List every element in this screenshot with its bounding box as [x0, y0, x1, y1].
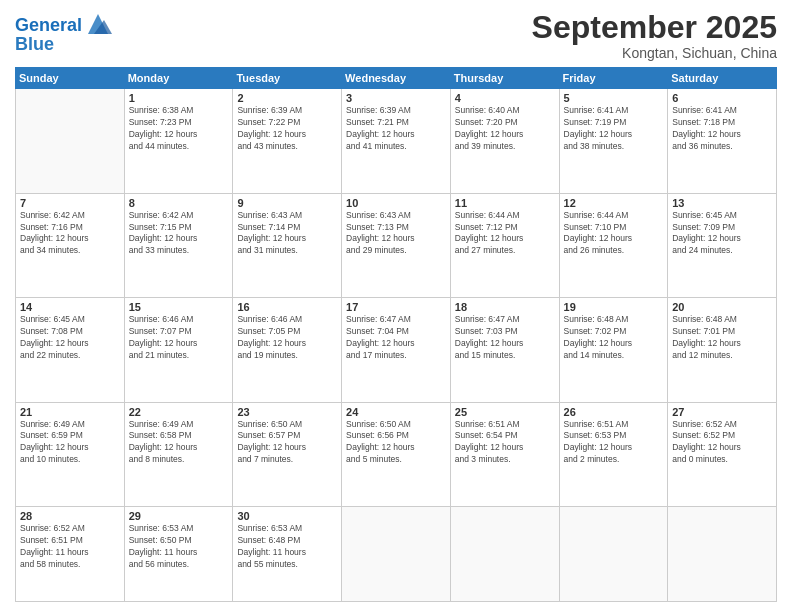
day-number: 16 [237, 301, 337, 313]
calendar-cell: 3Sunrise: 6:39 AM Sunset: 7:21 PM Daylig… [342, 89, 451, 193]
calendar-cell: 17Sunrise: 6:47 AM Sunset: 7:04 PM Dayli… [342, 298, 451, 402]
calendar-cell: 27Sunrise: 6:52 AM Sunset: 6:52 PM Dayli… [668, 402, 777, 506]
day-info: Sunrise: 6:48 AM Sunset: 7:02 PM Dayligh… [564, 314, 664, 362]
calendar-cell: 2Sunrise: 6:39 AM Sunset: 7:22 PM Daylig… [233, 89, 342, 193]
calendar-cell: 25Sunrise: 6:51 AM Sunset: 6:54 PM Dayli… [450, 402, 559, 506]
week-row-2: 7Sunrise: 6:42 AM Sunset: 7:16 PM Daylig… [16, 193, 777, 297]
day-info: Sunrise: 6:49 AM Sunset: 6:58 PM Dayligh… [129, 419, 229, 467]
day-info: Sunrise: 6:50 AM Sunset: 6:57 PM Dayligh… [237, 419, 337, 467]
day-number: 28 [20, 510, 120, 522]
week-row-3: 14Sunrise: 6:45 AM Sunset: 7:08 PM Dayli… [16, 298, 777, 402]
calendar-table: SundayMondayTuesdayWednesdayThursdayFrid… [15, 67, 777, 602]
day-number: 12 [564, 197, 664, 209]
day-info: Sunrise: 6:46 AM Sunset: 7:05 PM Dayligh… [237, 314, 337, 362]
day-number: 8 [129, 197, 229, 209]
day-info: Sunrise: 6:49 AM Sunset: 6:59 PM Dayligh… [20, 419, 120, 467]
day-number: 17 [346, 301, 446, 313]
day-info: Sunrise: 6:40 AM Sunset: 7:20 PM Dayligh… [455, 105, 555, 153]
location: Kongtan, Sichuan, China [532, 45, 777, 61]
weekday-header-tuesday: Tuesday [233, 68, 342, 89]
calendar-cell [16, 89, 125, 193]
calendar-cell: 6Sunrise: 6:41 AM Sunset: 7:18 PM Daylig… [668, 89, 777, 193]
day-number: 13 [672, 197, 772, 209]
day-info: Sunrise: 6:51 AM Sunset: 6:54 PM Dayligh… [455, 419, 555, 467]
calendar-cell: 8Sunrise: 6:42 AM Sunset: 7:15 PM Daylig… [124, 193, 233, 297]
weekday-header-monday: Monday [124, 68, 233, 89]
day-number: 14 [20, 301, 120, 313]
day-number: 19 [564, 301, 664, 313]
calendar-cell [342, 507, 451, 602]
day-info: Sunrise: 6:43 AM Sunset: 7:13 PM Dayligh… [346, 210, 446, 258]
calendar-cell: 21Sunrise: 6:49 AM Sunset: 6:59 PM Dayli… [16, 402, 125, 506]
logo: General Blue [15, 14, 112, 55]
day-info: Sunrise: 6:38 AM Sunset: 7:23 PM Dayligh… [129, 105, 229, 153]
day-info: Sunrise: 6:44 AM Sunset: 7:10 PM Dayligh… [564, 210, 664, 258]
calendar-cell: 10Sunrise: 6:43 AM Sunset: 7:13 PM Dayli… [342, 193, 451, 297]
weekday-header-sunday: Sunday [16, 68, 125, 89]
day-number: 23 [237, 406, 337, 418]
calendar-cell: 28Sunrise: 6:52 AM Sunset: 6:51 PM Dayli… [16, 507, 125, 602]
day-info: Sunrise: 6:41 AM Sunset: 7:19 PM Dayligh… [564, 105, 664, 153]
calendar-cell: 30Sunrise: 6:53 AM Sunset: 6:48 PM Dayli… [233, 507, 342, 602]
weekday-header-saturday: Saturday [668, 68, 777, 89]
day-info: Sunrise: 6:46 AM Sunset: 7:07 PM Dayligh… [129, 314, 229, 362]
day-info: Sunrise: 6:42 AM Sunset: 7:16 PM Dayligh… [20, 210, 120, 258]
day-number: 1 [129, 92, 229, 104]
day-number: 26 [564, 406, 664, 418]
day-info: Sunrise: 6:47 AM Sunset: 7:04 PM Dayligh… [346, 314, 446, 362]
calendar-cell [668, 507, 777, 602]
day-number: 10 [346, 197, 446, 209]
day-number: 20 [672, 301, 772, 313]
day-info: Sunrise: 6:41 AM Sunset: 7:18 PM Dayligh… [672, 105, 772, 153]
day-info: Sunrise: 6:47 AM Sunset: 7:03 PM Dayligh… [455, 314, 555, 362]
calendar-cell: 15Sunrise: 6:46 AM Sunset: 7:07 PM Dayli… [124, 298, 233, 402]
calendar-cell [559, 507, 668, 602]
day-info: Sunrise: 6:43 AM Sunset: 7:14 PM Dayligh… [237, 210, 337, 258]
day-number: 11 [455, 197, 555, 209]
day-info: Sunrise: 6:52 AM Sunset: 6:51 PM Dayligh… [20, 523, 120, 571]
week-row-4: 21Sunrise: 6:49 AM Sunset: 6:59 PM Dayli… [16, 402, 777, 506]
calendar-page: General Blue September 2025 Kongtan, Sic… [0, 0, 792, 612]
day-info: Sunrise: 6:39 AM Sunset: 7:21 PM Dayligh… [346, 105, 446, 153]
calendar-cell: 18Sunrise: 6:47 AM Sunset: 7:03 PM Dayli… [450, 298, 559, 402]
day-number: 27 [672, 406, 772, 418]
calendar-cell: 7Sunrise: 6:42 AM Sunset: 7:16 PM Daylig… [16, 193, 125, 297]
weekday-header-row: SundayMondayTuesdayWednesdayThursdayFrid… [16, 68, 777, 89]
day-info: Sunrise: 6:51 AM Sunset: 6:53 PM Dayligh… [564, 419, 664, 467]
day-number: 18 [455, 301, 555, 313]
calendar-cell: 14Sunrise: 6:45 AM Sunset: 7:08 PM Dayli… [16, 298, 125, 402]
day-number: 3 [346, 92, 446, 104]
day-number: 9 [237, 197, 337, 209]
calendar-cell: 11Sunrise: 6:44 AM Sunset: 7:12 PM Dayli… [450, 193, 559, 297]
day-number: 24 [346, 406, 446, 418]
day-info: Sunrise: 6:42 AM Sunset: 7:15 PM Dayligh… [129, 210, 229, 258]
day-number: 29 [129, 510, 229, 522]
day-number: 6 [672, 92, 772, 104]
day-info: Sunrise: 6:50 AM Sunset: 6:56 PM Dayligh… [346, 419, 446, 467]
day-info: Sunrise: 6:44 AM Sunset: 7:12 PM Dayligh… [455, 210, 555, 258]
day-number: 4 [455, 92, 555, 104]
logo-icon [84, 10, 112, 38]
calendar-cell [450, 507, 559, 602]
calendar-cell: 23Sunrise: 6:50 AM Sunset: 6:57 PM Dayli… [233, 402, 342, 506]
header: General Blue September 2025 Kongtan, Sic… [15, 10, 777, 61]
day-number: 22 [129, 406, 229, 418]
month-title: September 2025 [532, 10, 777, 45]
calendar-cell: 4Sunrise: 6:40 AM Sunset: 7:20 PM Daylig… [450, 89, 559, 193]
logo-text: General [15, 16, 82, 36]
calendar-cell: 20Sunrise: 6:48 AM Sunset: 7:01 PM Dayli… [668, 298, 777, 402]
title-block: September 2025 Kongtan, Sichuan, China [532, 10, 777, 61]
calendar-cell: 19Sunrise: 6:48 AM Sunset: 7:02 PM Dayli… [559, 298, 668, 402]
day-number: 25 [455, 406, 555, 418]
calendar-cell: 22Sunrise: 6:49 AM Sunset: 6:58 PM Dayli… [124, 402, 233, 506]
calendar-cell: 26Sunrise: 6:51 AM Sunset: 6:53 PM Dayli… [559, 402, 668, 506]
day-info: Sunrise: 6:45 AM Sunset: 7:09 PM Dayligh… [672, 210, 772, 258]
calendar-cell: 5Sunrise: 6:41 AM Sunset: 7:19 PM Daylig… [559, 89, 668, 193]
calendar-cell: 13Sunrise: 6:45 AM Sunset: 7:09 PM Dayli… [668, 193, 777, 297]
calendar-cell: 29Sunrise: 6:53 AM Sunset: 6:50 PM Dayli… [124, 507, 233, 602]
calendar-cell: 12Sunrise: 6:44 AM Sunset: 7:10 PM Dayli… [559, 193, 668, 297]
day-info: Sunrise: 6:52 AM Sunset: 6:52 PM Dayligh… [672, 419, 772, 467]
day-number: 2 [237, 92, 337, 104]
day-info: Sunrise: 6:53 AM Sunset: 6:48 PM Dayligh… [237, 523, 337, 571]
day-info: Sunrise: 6:45 AM Sunset: 7:08 PM Dayligh… [20, 314, 120, 362]
